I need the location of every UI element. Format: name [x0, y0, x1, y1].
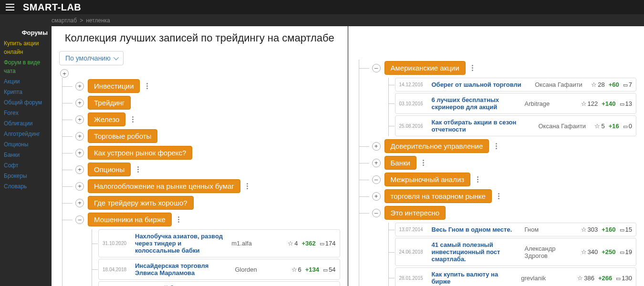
sidebar-item[interactable]: Купить акции онлайн	[0, 38, 52, 57]
category-tag[interactable]: Налогообложение на рынке ценных бумаг	[88, 179, 240, 193]
post-author[interactable]: grevlanik	[521, 275, 573, 282]
comment-icon[interactable]: 7	[623, 81, 632, 88]
comment-icon[interactable]: 174	[320, 240, 336, 247]
post-row[interactable]: 14.12.2016Оберег от шальной торговлиОкса…	[395, 78, 637, 92]
toggle-button[interactable]: +	[75, 182, 84, 191]
category-tag[interactable]: Торговые роботы	[88, 129, 157, 143]
post-author[interactable]: Оксана Гафаити	[538, 123, 591, 130]
more-icon[interactable]	[420, 160, 427, 166]
comment-icon[interactable]: 13	[620, 100, 632, 107]
post-row[interactable]: 29.09.2015Выгодный бизнес инвест-компани…	[98, 281, 340, 286]
post-row[interactable]: 13.07.2014Весь Гном в одном месте.Гном30…	[395, 223, 637, 236]
toggle-button[interactable]: +	[75, 165, 84, 174]
comment-icon[interactable]: 130	[616, 275, 632, 282]
post-title[interactable]: Нахлобучка азиатов, развод через тиндер …	[135, 233, 228, 254]
sidebar-item[interactable]: Крипта	[0, 87, 52, 97]
post-title[interactable]: Инсайдерская торговля Элвиса Марламова	[135, 262, 231, 276]
star-icon[interactable]: 28	[591, 81, 604, 88]
toggle-button[interactable]: +	[75, 149, 84, 157]
toggle-button[interactable]: +	[372, 142, 381, 151]
post-row[interactable]: 18.04.2018Инсайдерская торговля Элвиса М…	[98, 259, 340, 280]
breadcrumb-current[interactable]: нетленка	[86, 17, 110, 24]
sidebar-item[interactable]: Опционы	[0, 139, 52, 150]
more-icon[interactable]	[496, 193, 502, 199]
star-icon[interactable]: 4	[288, 240, 298, 247]
comment-icon[interactable]: 19	[620, 248, 632, 255]
toggle-button[interactable]: +	[75, 199, 84, 207]
sidebar-item[interactable]: Forex	[0, 108, 52, 118]
toggle-button[interactable]: +	[75, 99, 84, 107]
category-tag[interactable]: торговля на товарном рынке	[384, 189, 492, 203]
toggle-button[interactable]: +	[75, 82, 84, 91]
post-author[interactable]: Александр Здрогов	[525, 245, 577, 259]
more-icon[interactable]	[493, 143, 499, 149]
post-author[interactable]: Гном	[525, 226, 577, 233]
post-row[interactable]: 31.10.2020Нахлобучка азиатов, развод чер…	[98, 229, 340, 257]
sidebar-item[interactable]: Общий форум	[0, 97, 52, 108]
comment-icon[interactable]: 15	[620, 226, 632, 233]
sort-button[interactable]: По умолчанию	[59, 51, 124, 65]
toggle-button[interactable]: –	[372, 64, 381, 72]
post-title[interactable]: Как купить валюту на бирже	[432, 271, 518, 285]
post-row[interactable]: 24.06.201841 самый полезный инвестиционн…	[395, 238, 637, 266]
more-icon[interactable]	[176, 216, 182, 223]
category-tag[interactable]: Опционы	[88, 163, 131, 176]
root-toggle-button[interactable]: +	[60, 69, 69, 78]
logo[interactable]: SMART-LAB	[23, 2, 81, 13]
category-tag[interactable]: Где трейдеру жить хорошо?	[88, 196, 194, 210]
post-title[interactable]: 6 лучших бесплатных скринеров для акций	[432, 96, 521, 111]
sidebar-item[interactable]: Софт	[0, 160, 52, 171]
toggle-button[interactable]: +	[75, 115, 84, 124]
category-tag[interactable]: Трейдинг	[88, 96, 131, 110]
more-icon[interactable]	[135, 166, 141, 173]
category-tag[interactable]: Американские акции	[384, 61, 466, 75]
toggle-button[interactable]: –	[372, 209, 381, 217]
sidebar-item[interactable]: Облигации	[0, 118, 52, 129]
post-title[interactable]: Как отбирать акции в сезон отчетности	[432, 119, 535, 133]
sidebar-item[interactable]: Форум в виде чата	[0, 57, 52, 76]
more-icon[interactable]	[129, 116, 136, 123]
sidebar-item[interactable]: Акции	[0, 76, 52, 87]
post-row[interactable]: 03.10.20166 лучших бесплатных скринеров …	[395, 93, 637, 114]
category-tag[interactable]: Доверительное управление	[384, 139, 489, 153]
sidebar-item[interactable]: Банки	[0, 150, 52, 160]
post-author[interactable]: Glorden	[235, 266, 288, 273]
star-icon[interactable]: 122	[581, 100, 598, 107]
post-title[interactable]: 41 самый полезный инвестиционный пост см…	[432, 241, 521, 263]
post-author[interactable]: Оксана Гафаити	[535, 81, 587, 88]
category-tag[interactable]: Железо	[88, 112, 125, 126]
toggle-button[interactable]: +	[372, 192, 381, 201]
category-tag[interactable]: Банки	[384, 156, 416, 170]
more-icon[interactable]	[244, 183, 251, 189]
breadcrumb-home[interactable]: смартлаб	[52, 17, 77, 24]
star-icon[interactable]: 303	[581, 226, 598, 233]
toggle-button[interactable]: +	[75, 132, 84, 141]
star-icon[interactable]: 340	[581, 248, 598, 255]
hamburger-icon[interactable]	[6, 4, 14, 10]
toggle-button[interactable]: –	[372, 175, 381, 184]
comment-icon[interactable]: 54	[323, 266, 335, 273]
post-row[interactable]: 28.01.2015Как купить валюту на биржеgrev…	[395, 267, 637, 286]
post-author[interactable]: Arbitrage	[525, 100, 577, 107]
category-tag[interactable]: Как устроен рынок форекс?	[88, 146, 192, 160]
post-author[interactable]: m1.alfa	[231, 240, 284, 247]
toggle-button[interactable]: –	[75, 215, 84, 224]
sidebar-item[interactable]: Алготрейдинг	[0, 129, 52, 139]
star-icon[interactable]: 386	[577, 275, 594, 282]
star-icon[interactable]: 5	[594, 123, 604, 130]
post-row[interactable]: 25.08.2016Как отбирать акции в сезон отч…	[395, 115, 637, 136]
post-title[interactable]: Весь Гном в одном месте.	[432, 226, 521, 233]
more-icon[interactable]	[474, 176, 481, 183]
category-tag[interactable]: Мошенники на бирже	[88, 213, 172, 226]
more-icon[interactable]	[469, 65, 476, 71]
sidebar-item[interactable]: Брокеры	[0, 171, 52, 181]
star-icon[interactable]: 6	[291, 266, 301, 273]
category-tag[interactable]: Инвестиции	[88, 79, 140, 93]
category-tag[interactable]: Межрыночный анализ	[384, 173, 471, 186]
toggle-button[interactable]: +	[372, 159, 381, 167]
sidebar-item[interactable]: Словарь	[0, 181, 52, 192]
post-title[interactable]: Оберег от шальной торговли	[432, 81, 531, 88]
more-icon[interactable]	[144, 83, 150, 89]
comment-icon[interactable]: 0	[623, 123, 632, 130]
category-tag[interactable]: Это интересно	[384, 206, 446, 220]
